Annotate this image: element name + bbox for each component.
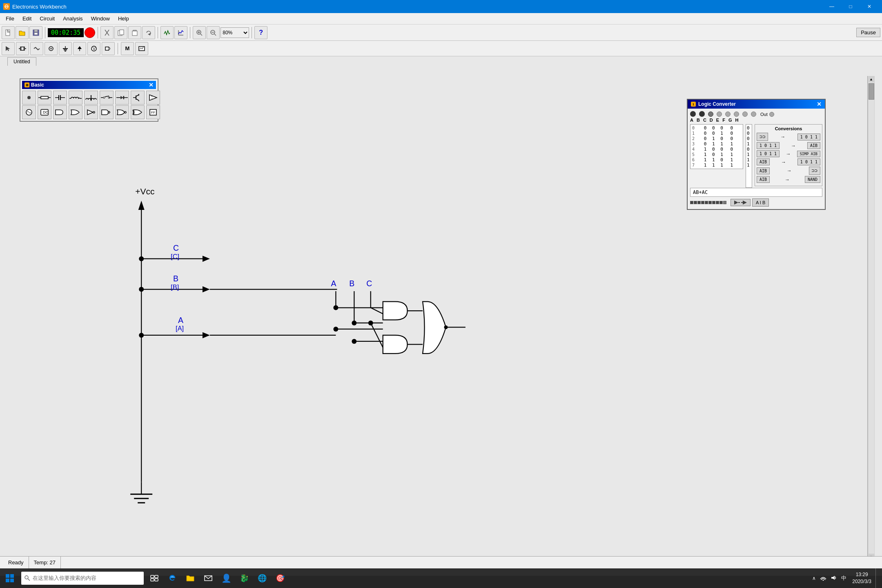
tb2-separator: [118, 43, 118, 54]
v-scroll-thumb[interactable]: [869, 83, 874, 100]
help-button[interactable]: ?: [254, 26, 267, 39]
v-scroll-track[interactable]: [869, 82, 874, 554]
copy-button[interactable]: [114, 26, 127, 39]
conv-btn-simp-result[interactable]: SIMP AIB: [797, 151, 820, 157]
input-dot-g[interactable]: [742, 111, 748, 117]
svg-point-138: [25, 576, 28, 579]
mail-button[interactable]: [199, 568, 217, 588]
svg-point-126: [444, 325, 448, 329]
tt-row-4: 41000: [691, 147, 742, 152]
app-icon-4[interactable]: 🎯: [271, 568, 289, 588]
tb2-wire[interactable]: [30, 42, 43, 55]
input-dot-d[interactable]: [717, 111, 722, 117]
svg-rect-132: [741, 202, 743, 203]
tb2-ground[interactable]: [59, 42, 72, 55]
conv-btn-simp[interactable]: 1 0 1 1: [757, 150, 780, 157]
svg-rect-140: [151, 575, 154, 578]
conv-btn-tt-result2[interactable]: 1 0 1 1: [797, 158, 820, 165]
app-title: Electronics Workbench: [12, 4, 67, 10]
conv-btn-bool-result[interactable]: AIB: [807, 142, 820, 149]
menu-help[interactable]: Help: [114, 14, 133, 23]
canvas-area[interactable]: ⊞ Basic ✕: [7, 66, 875, 568]
aib-label-button[interactable]: A I B: [752, 198, 769, 207]
maximize-button[interactable]: □: [841, 0, 860, 13]
menu-bar: File Edit Circuit Analysis Window Help: [0, 13, 882, 24]
expression-bar[interactable]: AB+AC: [690, 188, 822, 197]
edge-browser-button[interactable]: [163, 568, 181, 588]
new-button[interactable]: [2, 26, 15, 39]
ime-icon[interactable]: 中: [840, 575, 848, 582]
tray-expand[interactable]: ∧: [811, 575, 817, 581]
volume-icon[interactable]: [829, 575, 839, 582]
circ-to-bool-button[interactable]: [731, 199, 751, 206]
conv-btn-bool-to-tt[interactable]: AIB: [757, 158, 770, 165]
out-dot[interactable]: [769, 112, 774, 117]
menu-file[interactable]: File: [2, 14, 18, 23]
window-controls: — □ ✕: [822, 0, 879, 13]
tb2-vcc[interactable]: [73, 42, 86, 55]
svg-marker-133: [743, 200, 747, 205]
paste-button[interactable]: [128, 26, 141, 39]
input-dot-f[interactable]: [734, 111, 739, 117]
input-dot-e[interactable]: [725, 111, 731, 117]
menu-edit[interactable]: Edit: [18, 14, 36, 23]
zoom-out-button[interactable]: [207, 26, 220, 39]
input-dot-b[interactable]: [699, 111, 705, 117]
truth-table[interactable]: 00000 10010 20100 30111 41000 51011 6110…: [690, 124, 743, 169]
open-button[interactable]: [16, 26, 29, 39]
taskview-button[interactable]: [145, 568, 163, 588]
logic-converter-title-bar[interactable]: 1 Logic Converter ✕: [688, 100, 825, 109]
bit-row: [690, 201, 726, 204]
zoom-in-button[interactable]: [193, 26, 206, 39]
conv-btn-bool-to-nand[interactable]: AIB: [757, 176, 770, 183]
sys-clock[interactable]: 13:29 2020/3/3: [849, 571, 875, 585]
tb2-measure[interactable]: V: [87, 42, 100, 55]
menu-analysis[interactable]: Analysis: [59, 14, 87, 23]
record-button[interactable]: [85, 27, 95, 38]
scroll-up-arrow[interactable]: ▲: [868, 76, 875, 82]
save-button[interactable]: [29, 26, 42, 39]
input-dot-a[interactable]: [690, 111, 696, 117]
show-desktop[interactable]: [875, 568, 879, 588]
tb2-pointer[interactable]: [2, 42, 15, 55]
conv-btn-tt-to-bool[interactable]: 1 0 1 1: [757, 142, 780, 149]
conv-btn-circ-result[interactable]: ⊃⊃: [809, 167, 820, 175]
conv-btn-tt-result1[interactable]: 1 0 1 1: [797, 134, 820, 140]
conv-btn-circ-to-tt[interactable]: ⊃⊃: [757, 133, 768, 141]
analysis-button[interactable]: [174, 26, 187, 39]
input-dot-h[interactable]: [751, 111, 756, 117]
tb2-scope[interactable]: [135, 42, 148, 55]
temp-value: 27: [50, 559, 56, 566]
pause-button[interactable]: Pause: [856, 28, 880, 37]
waveform-button[interactable]: [160, 26, 174, 39]
taskbar-search[interactable]: 在这里输入你要搜索的内容: [21, 572, 144, 585]
menu-circuit[interactable]: Circuit: [36, 14, 59, 23]
close-button[interactable]: ✕: [860, 0, 879, 13]
input-dot-c[interactable]: [708, 111, 713, 117]
v-scrollbar[interactable]: ▲ ▼: [867, 76, 875, 560]
tb2-multimeter[interactable]: M: [121, 42, 134, 55]
app-icon-1[interactable]: 👤: [217, 568, 235, 588]
bit-9: [723, 201, 726, 204]
network-icon[interactable]: [818, 575, 828, 582]
file-explorer-button[interactable]: [181, 568, 199, 588]
menu-window[interactable]: Window: [87, 14, 114, 23]
start-button[interactable]: [0, 568, 20, 588]
app-icon-2[interactable]: 🐉: [235, 568, 253, 588]
conv-btn-nand-result[interactable]: NAND: [805, 176, 820, 183]
cut-button[interactable]: [100, 26, 114, 39]
bit-4: [705, 201, 708, 204]
svg-rect-136: [6, 579, 9, 582]
tb2-component[interactable]: [16, 42, 29, 55]
zoom-select[interactable]: 80% 100% 120% 50%: [220, 27, 249, 38]
rotate-button[interactable]: [142, 26, 155, 39]
tt-row-6: 61101: [691, 157, 742, 163]
tb2-source[interactable]: [45, 42, 58, 55]
tb2-logic[interactable]: [102, 42, 115, 55]
svg-rect-42: [105, 47, 109, 50]
app-icon-3[interactable]: 🌐: [253, 568, 271, 588]
minimize-button[interactable]: —: [822, 0, 841, 13]
logic-converter-close[interactable]: ✕: [817, 101, 822, 107]
conv-btn-bool-to-circ[interactable]: AIB: [757, 167, 770, 174]
tab-untitled[interactable]: Untitled: [7, 57, 36, 66]
